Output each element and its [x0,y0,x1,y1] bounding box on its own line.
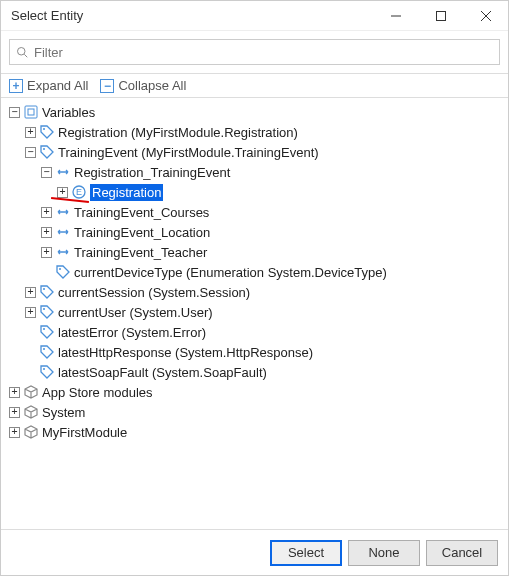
svg-point-16 [43,348,45,350]
expand-icon[interactable]: + [25,307,36,318]
svg-rect-6 [25,106,37,118]
tree-item-myfirstmodule[interactable]: +MyFirstModule [3,422,506,442]
collapse-all-button[interactable]: −Collapse All [100,78,186,93]
expand-icon[interactable]: + [25,127,36,138]
tag-icon [39,284,55,300]
tag-icon [39,324,55,340]
filter-box[interactable] [9,39,500,65]
titlebar: Select Entity [1,1,508,31]
svg-line-5 [24,54,27,57]
tag-icon [39,344,55,360]
tag-icon [39,124,55,140]
tag-icon [39,364,55,380]
maximize-button[interactable] [418,1,463,31]
tag-icon [55,264,71,280]
tree-item-registration-trainingevent[interactable]: −Registration_TrainingEvent [3,162,506,182]
tree-item-appstore[interactable]: +App Store modules [3,382,506,402]
tree-item-system[interactable]: +System [3,402,506,422]
svg-point-4 [18,48,26,56]
expand-all-button[interactable]: +Expand All [9,78,88,93]
module-icon [23,404,39,420]
tree-item-courses[interactable]: +TrainingEvent_Courses [3,202,506,222]
search-icon [16,46,28,58]
svg-point-14 [43,308,45,310]
tree-item-teacher[interactable]: +TrainingEvent_Teacher [3,242,506,262]
expand-icon[interactable]: + [57,187,68,198]
link-icon [55,224,71,240]
expand-icon[interactable]: + [41,207,52,218]
tag-icon [39,304,55,320]
svg-text:E: E [76,187,82,197]
module-icon [23,424,39,440]
module-icon [23,384,39,400]
expand-icon[interactable]: + [9,427,20,438]
svg-rect-7 [28,109,34,115]
window-title: Select Entity [11,8,373,23]
filter-input[interactable] [34,45,493,60]
tree-item-latesthttp[interactable]: latestHttpResponse (System.HttpResponse) [3,342,506,362]
tag-icon [39,144,55,160]
tree-item-variables[interactable]: −Variables [3,102,506,122]
tree-item-location[interactable]: +TrainingEvent_Location [3,222,506,242]
svg-point-12 [59,268,61,270]
link-icon [55,164,71,180]
collapse-icon[interactable]: − [25,147,36,158]
expand-icon[interactable]: + [25,287,36,298]
expand-icon[interactable]: + [41,247,52,258]
tree-item-devicetype[interactable]: currentDeviceType (Enumeration System.De… [3,262,506,282]
tree-item-currentuser[interactable]: +currentUser (System.User) [3,302,506,322]
minus-icon: − [100,79,114,93]
select-button[interactable]: Select [270,540,342,566]
collapse-icon[interactable]: − [9,107,20,118]
tree-item-trainingevent-var[interactable]: −TrainingEvent (MyFirstModule.TrainingEv… [3,142,506,162]
link-icon [55,204,71,220]
none-button[interactable]: None [348,540,420,566]
svg-rect-1 [436,11,445,20]
svg-point-17 [43,368,45,370]
minimize-button[interactable] [373,1,418,31]
close-button[interactable] [463,1,508,31]
plus-icon: + [9,79,23,93]
tree-item-currentsession[interactable]: +currentSession (System.Session) [3,282,506,302]
expand-icon[interactable]: + [9,407,20,418]
filter-toolbar [1,31,508,73]
cancel-button[interactable]: Cancel [426,540,498,566]
collapse-icon[interactable]: − [41,167,52,178]
entity-tree[interactable]: −Variables +Registration (MyFirstModule.… [1,98,508,573]
expand-icon[interactable]: + [9,387,20,398]
dialog-footer: Select None Cancel [1,529,508,575]
tree-item-registration-entity[interactable]: +ERegistration [3,182,506,202]
variables-icon [23,104,39,120]
tree-item-latesterror[interactable]: latestError (System.Error) [3,322,506,342]
tree-item-registration-var[interactable]: +Registration (MyFirstModule.Registratio… [3,122,506,142]
link-icon [55,244,71,260]
expand-toolbar: +Expand All −Collapse All [1,73,508,98]
entity-icon: E [71,184,87,200]
tree-item-latestsoap[interactable]: latestSoapFault (System.SoapFault) [3,362,506,382]
svg-point-8 [43,128,45,130]
selected-label: Registration [90,184,163,201]
svg-point-9 [43,148,45,150]
expand-icon[interactable]: + [41,227,52,238]
svg-point-15 [43,328,45,330]
svg-point-13 [43,288,45,290]
